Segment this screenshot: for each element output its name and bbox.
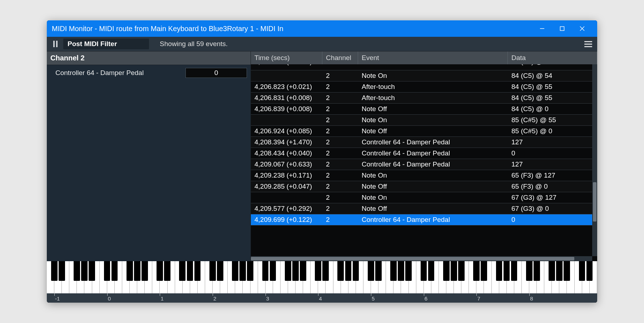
white-key[interactable] [469,261,476,293]
white-key[interactable] [115,261,122,293]
white-key[interactable] [401,261,408,293]
hamburger-menu-button[interactable] [582,39,594,49]
table-row[interactable]: 4,209.577 (+0.292)2Note Off67 (G3) @ 0 [251,203,597,214]
vertical-scrollbar[interactable] [592,64,597,256]
table-row[interactable]: 4,206.831 (+0.008)2After-touch84 (C5) @ … [251,93,597,104]
white-key[interactable] [333,261,341,293]
white-key[interactable] [84,261,92,293]
table-row[interactable]: 4,209.285 (+0.047)2Note Off65 (F3) @ 0 [251,181,597,192]
white-key[interactable] [476,261,484,293]
table-row[interactable]: 4,206.839 (+0.008)2Note Off84 (C5) @ 0 [251,104,597,115]
white-key[interactable] [220,261,228,293]
white-key[interactable] [371,261,378,293]
white-key[interactable] [431,261,439,293]
column-event[interactable]: Event [358,51,508,64]
table-row[interactable]: 2Note On67 (G3) @ 127 [251,192,597,203]
white-key[interactable] [311,261,318,293]
vertical-scrollbar-thumb[interactable] [593,182,596,222]
maximize-button[interactable] [552,20,572,37]
white-key[interactable] [356,261,363,293]
white-key[interactable] [499,261,507,293]
white-key[interactable] [386,261,393,293]
white-key[interactable] [378,261,386,293]
white-key[interactable] [507,261,514,293]
white-key[interactable] [92,261,100,293]
white-key[interactable] [107,261,115,293]
white-key[interactable] [575,261,582,293]
white-key[interactable] [424,261,431,293]
table-row[interactable]: 2Note On84 (C5) @ 54 [251,70,597,81]
table-row[interactable]: 4,209.067 (+0.633)2Controller 64 - Dampe… [251,159,597,170]
white-key[interactable] [296,261,303,293]
table-row[interactable]: 4,206.924 (+0.085)2Note Off85 (C#5) @ 0 [251,126,597,137]
horizontal-scrollbar-thumb[interactable] [251,257,574,260]
table-row[interactable]: 4,206.802 (+0.007)2Note Off83 (B4) @ 0 [251,64,597,70]
column-time[interactable]: Time (secs) [251,51,322,64]
controller-value[interactable]: 0 [185,68,247,78]
white-key[interactable] [552,261,559,293]
white-key[interactable] [326,261,333,293]
white-key[interactable] [537,261,544,293]
piano-keyboard[interactable] [47,261,597,293]
table-body[interactable]: 4,206.802 (+0.007)2Note Off83 (B4) @ 02N… [251,64,597,256]
white-key[interactable] [514,261,522,293]
white-key[interactable] [137,261,145,293]
white-key[interactable] [243,261,250,293]
white-key[interactable] [235,261,243,293]
white-key[interactable] [567,261,574,293]
white-key[interactable] [446,261,454,293]
white-key[interactable] [160,261,167,293]
white-key[interactable] [273,261,281,293]
white-key[interactable] [205,261,213,293]
table-row[interactable]: 4,208.434 (+0.040)2Controller 64 - Dampe… [251,148,597,159]
white-key[interactable] [175,261,183,293]
white-key[interactable] [258,261,266,293]
white-key[interactable] [100,261,107,293]
white-key[interactable] [582,261,590,293]
white-key[interactable] [213,261,220,293]
white-key[interactable] [559,261,567,293]
table-row[interactable]: 2Note On85 (C#5) @ 55 [251,115,597,126]
white-key[interactable] [461,261,469,293]
column-channel[interactable]: Channel [322,51,358,64]
white-key[interactable] [416,261,424,293]
white-key[interactable] [130,261,137,293]
white-key[interactable] [190,261,198,293]
white-key[interactable] [198,261,205,293]
table-row[interactable]: 4,209.699 (+0.122)2Controller 64 - Dampe… [251,214,597,225]
table-row[interactable]: 4,209.238 (+0.171)2Note On65 (F3) @ 127 [251,170,597,181]
white-key[interactable] [393,261,401,293]
white-key[interactable] [303,261,311,293]
white-key[interactable] [183,261,190,293]
white-key[interactable] [288,261,296,293]
white-key[interactable] [122,261,130,293]
minimize-button[interactable] [532,20,552,37]
white-key[interactable] [590,261,597,293]
pause-button[interactable] [50,39,61,49]
white-key[interactable] [341,261,348,293]
white-key[interactable] [454,261,461,293]
table-row[interactable]: 4,206.823 (+0.021)2After-touch84 (C5) @ … [251,81,597,93]
table-row[interactable]: 4,208.394 (+1.470)2Controller 64 - Dampe… [251,137,597,148]
white-key[interactable] [145,261,152,293]
white-key[interactable] [281,261,288,293]
white-key[interactable] [318,261,326,293]
white-key[interactable] [522,261,529,293]
white-key[interactable] [409,261,416,293]
white-key[interactable] [348,261,356,293]
white-key[interactable] [529,261,537,293]
white-key[interactable] [228,261,235,293]
white-key[interactable] [544,261,552,293]
white-key[interactable] [363,261,371,293]
filter-mode-select[interactable]: Post MIDI Filter [63,39,149,49]
horizontal-scrollbar[interactable] [251,256,592,261]
white-key[interactable] [266,261,273,293]
white-key[interactable] [439,261,446,293]
white-key[interactable] [54,261,62,293]
white-key[interactable] [69,261,77,293]
column-data[interactable]: Data [508,51,597,64]
white-key[interactable] [77,261,84,293]
close-button[interactable] [572,20,592,37]
white-key[interactable] [168,261,175,293]
white-key[interactable] [492,261,499,293]
